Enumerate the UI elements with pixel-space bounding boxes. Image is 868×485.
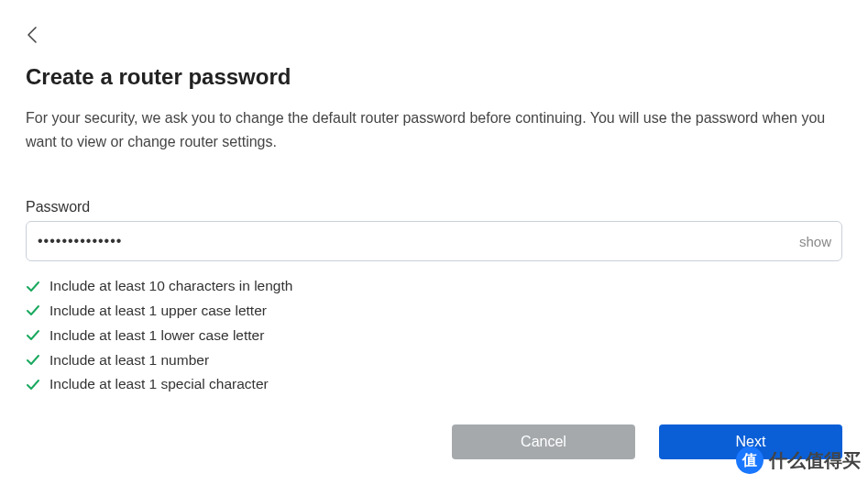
password-input-wrap: show (26, 221, 842, 261)
password-rule: Include at least 1 special character (26, 372, 842, 397)
check-icon (26, 354, 40, 367)
password-rules-list: Include at least 10 characters in length… (26, 274, 842, 397)
check-icon (26, 379, 40, 391)
password-rule: Include at least 1 lower case letter (26, 324, 842, 348)
check-icon (26, 329, 40, 342)
next-button[interactable]: Next (659, 424, 842, 459)
rule-text: Include at least 1 lower case letter (49, 325, 264, 347)
password-rule: Include at least 10 characters in length (26, 274, 842, 299)
cancel-button[interactable]: Cancel (452, 424, 635, 459)
page-description: For your security, we ask you to change … (26, 106, 841, 153)
rule-text: Include at least 1 special character (49, 373, 269, 396)
password-rule: Include at least 1 number (26, 348, 842, 373)
button-row: Cancel Next (452, 424, 842, 459)
rule-text: Include at least 1 upper case letter (49, 300, 267, 323)
rule-text: Include at least 10 characters in length (49, 275, 292, 298)
check-icon (26, 281, 40, 293)
back-button[interactable] (26, 26, 38, 44)
rule-text: Include at least 1 number (49, 349, 209, 372)
password-input[interactable] (26, 221, 842, 261)
password-rule: Include at least 1 upper case letter (26, 299, 842, 324)
password-label: Password (26, 199, 842, 215)
check-icon (26, 304, 40, 317)
show-password-button[interactable]: show (799, 234, 831, 249)
page-title: Create a router password (26, 64, 842, 90)
chevron-left-icon (26, 26, 38, 44)
